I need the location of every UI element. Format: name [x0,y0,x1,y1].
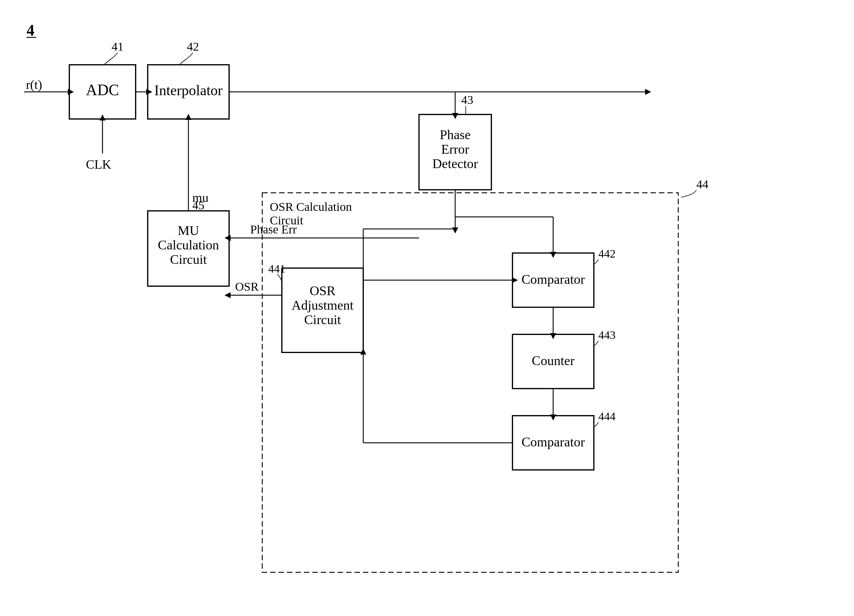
ped-label1: Phase [440,128,471,142]
osr-calc-outer-box [262,193,678,572]
counter-label: Counter [532,353,575,368]
ref-44: 44 [696,177,708,191]
mu-label1: MU [178,223,199,238]
rt-label: r(t) [26,78,42,92]
ref-443: 443 [598,329,616,341]
mu-label: mu [192,191,209,205]
ref-444: 444 [598,410,616,423]
mu-label3: Circuit [170,252,207,267]
adc-label: ADC [86,81,119,99]
phase-err-label: Phase Err [250,223,297,236]
ref-42: 42 [187,40,199,53]
diagram-title: 4 [26,22,34,39]
osr-adj-label3: Circuit [304,312,341,327]
interp-right-arrow [645,89,651,95]
mu-label2: Calculation [158,238,219,252]
comparator2-label: Comparator [522,435,585,449]
clk-label: CLK [86,158,111,171]
interpolator-label: Interpolator [154,82,223,98]
ref-41: 41 [111,40,124,53]
osr-arrow [224,292,230,298]
diagram-container: 4 41 42 43 44 45 ADC Interpolator Phase … [0,0,854,616]
ref-43: 43 [461,93,473,106]
osr-calc-label: OSR Calculation [270,200,352,214]
osr-adj-label2: Adjustment [291,298,353,313]
ref-441: 441 [268,262,285,275]
ped-down-arrow [452,227,458,233]
ref-442: 442 [598,247,616,260]
ped-label2: Error [441,142,469,157]
osr-adj-label1: OSR [310,283,336,298]
ped-label3: Detector [432,156,478,171]
osr-label: OSR [235,280,259,294]
comparator1-label: Comparator [522,272,585,287]
